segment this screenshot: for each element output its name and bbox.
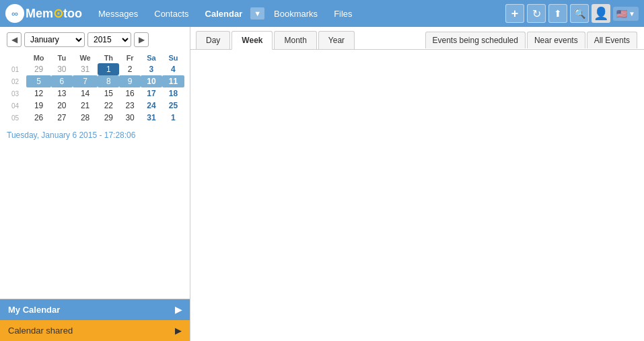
calendar-day[interactable]: 23 [119,100,141,112]
search-button[interactable]: 🔍 [570,4,589,23]
language-selector[interactable]: 🇺🇸 ▼ [613,7,639,21]
nav-bookmarks[interactable]: Bookmarks [267,5,324,23]
filter-near-events[interactable]: Near events [527,32,585,48]
mini-calendar: Mo Tu We Th Fr Sa Su 0129303112340256789… [0,50,190,126]
calendar-day[interactable]: 14 [73,87,98,100]
calendar-day[interactable]: 30 [51,63,73,75]
share-button[interactable]: ⬆ [548,4,567,23]
calendar-day[interactable]: 12 [26,87,51,100]
calendar-day[interactable]: 3 [141,63,162,75]
calendar-day[interactable]: 8 [98,75,119,87]
week-number[interactable]: 03 [5,87,26,100]
current-date: Tuesday, January 6 2015 - 17:28:06 [0,126,190,143]
calendar-day[interactable]: 29 [98,112,119,124]
calendar-day[interactable]: 15 [98,87,119,100]
calendar-shared-bar[interactable]: Calendar shared ▶ [0,320,190,341]
filter-events-being-scheduled[interactable]: Events being scheduled [425,32,526,48]
calendar-day[interactable]: 24 [141,100,162,112]
calendar-day[interactable]: 25 [162,100,184,112]
flag-icon: 🇺🇸 [616,9,627,19]
nav-calendar[interactable]: Calendar [199,5,250,23]
tab-bar: Day Week Month Year Events being schedul… [190,27,644,50]
week-num-header [5,52,26,63]
sidebar-bottom: My Calendar ▶ Calendar shared ▶ [0,299,190,341]
calendar-day[interactable]: 16 [119,87,141,100]
calendar-day[interactable]: 22 [98,100,119,112]
calendar-navigation: ◀ JanuaryFebruaryMarch AprilMayJune July… [0,27,190,50]
calendar-shared-arrow-icon: ▶ [175,326,182,336]
sidebar: ◀ JanuaryFebruaryMarch AprilMayJune July… [0,27,190,341]
filter-all-events[interactable]: All Events [587,32,637,48]
calendar-day[interactable]: 18 [162,87,184,100]
calendar-day[interactable]: 13 [51,87,73,100]
calendar-day[interactable]: 21 [73,100,98,112]
calendar-day[interactable]: 7 [73,75,98,87]
week-number[interactable]: 05 [5,112,26,124]
day-header-mo: Mo [26,52,51,63]
calendar-day[interactable]: 28 [73,112,98,124]
calendar-day[interactable]: 29 [26,63,51,75]
nav-messages[interactable]: Messages [92,5,145,23]
user-avatar[interactable]: 👤 [592,4,610,23]
calendar-day[interactable]: 11 [162,75,184,87]
calendar-day[interactable]: 6 [51,75,73,87]
week-number[interactable]: 02 [5,75,26,87]
content-body [190,50,644,341]
next-month-button[interactable]: ▶ [134,32,149,47]
content-area: Day Week Month Year Events being schedul… [190,27,644,341]
my-calendar-bar[interactable]: My Calendar ▶ [0,299,190,320]
calendar-day[interactable]: 26 [26,112,51,124]
calendar-day[interactable]: 9 [119,75,141,87]
calendar-day[interactable]: 31 [73,63,98,75]
logo-icon: ∞ [5,4,24,23]
day-header-fr: Fr [119,52,141,63]
day-header-th: Th [98,52,119,63]
calendar-shared-label: Calendar shared [8,326,73,336]
year-select[interactable]: 201320142015 20162017 [87,32,131,47]
refresh-button[interactable]: ↻ [527,4,546,23]
day-header-we: We [73,52,98,63]
calendar-day[interactable]: 2 [119,63,141,75]
flag-dropdown-icon: ▼ [629,10,635,17]
day-header-tu: Tu [51,52,73,63]
add-button[interactable]: + [505,4,524,23]
calendar-day[interactable]: 20 [51,100,73,112]
top-navigation: ∞ Mem⊙too Messages Contacts Calendar ▼ B… [0,0,644,27]
tab-day[interactable]: Day [196,31,230,49]
calendar-dropdown-button[interactable]: ▼ [250,7,264,20]
day-header-su: Su [162,52,184,63]
prev-month-button[interactable]: ◀ [7,32,22,47]
calendar-day[interactable]: 1 [162,112,184,124]
calendar-day[interactable]: 10 [141,75,162,87]
week-number[interactable]: 01 [5,63,26,75]
my-calendar-label: My Calendar [8,305,60,315]
calendar-day[interactable]: 31 [141,112,162,124]
nav-calendar-group: Calendar ▼ [199,5,265,23]
tab-month[interactable]: Month [274,31,316,49]
nav-contacts[interactable]: Contacts [147,5,195,23]
tab-week[interactable]: Week [231,31,273,50]
sidebar-spacer [0,143,190,299]
main-container: ◀ JanuaryFebruaryMarch AprilMayJune July… [0,27,644,341]
calendar-day[interactable]: 27 [51,112,73,124]
calendar-day[interactable]: 19 [26,100,51,112]
logo: ∞ Mem⊙too [5,4,82,23]
nav-files[interactable]: Files [327,5,359,23]
day-header-sa: Sa [141,52,162,63]
calendar-day[interactable]: 1 [98,63,119,75]
logo-text: Mem⊙too [26,6,82,21]
tab-year[interactable]: Year [318,31,355,49]
calendar-day[interactable]: 4 [162,63,184,75]
calendar-day[interactable]: 5 [26,75,51,87]
calendar-day[interactable]: 30 [119,112,141,124]
my-calendar-arrow-icon: ▶ [175,305,182,315]
month-select[interactable]: JanuaryFebruaryMarch AprilMayJune JulyAu… [24,32,85,47]
week-number[interactable]: 04 [5,100,26,112]
calendar-day[interactable]: 17 [141,87,162,100]
